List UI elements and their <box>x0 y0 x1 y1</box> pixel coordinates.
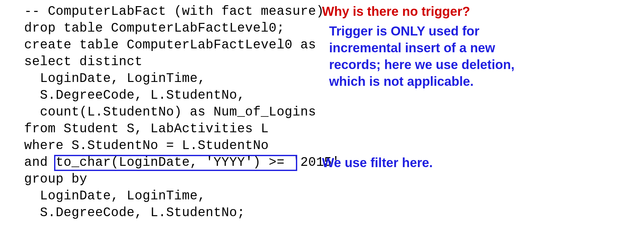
annotation-filter-note: We use filter here. <box>322 156 433 170</box>
annotation-block: Why is there no trigger? Trigger is ONLY… <box>322 3 515 90</box>
annotation-answer-line: incremental insert of a new <box>329 39 515 56</box>
code-line-comment: -- ComputerLabFact (with fact measure) <box>24 3 340 20</box>
code-line-from: from Student S, LabActivities L <box>24 121 340 137</box>
code-line-cols1: LoginDate, LoginTime, <box>24 70 340 87</box>
code-line-groupby: group by <box>24 171 340 188</box>
annotation-answer-line: Trigger is ONLY used for <box>329 23 515 39</box>
code-line-gb1: LoginDate, LoginTime, <box>24 188 340 205</box>
code-line-select: select distinct <box>24 54 340 70</box>
annotation-question: Why is there no trigger? <box>322 3 515 19</box>
code-line-create: create table ComputerLabFactLevel0 as <box>24 37 340 54</box>
annotation-answer-line: records; here we use deletion, <box>329 56 515 73</box>
code-line-gb2: S.DegreeCode, L.StudentNo; <box>24 205 340 221</box>
annotation-answer: Trigger is ONLY used for incremental ins… <box>329 23 515 90</box>
code-line-where: where S.StudentNo = L.StudentNo <box>24 137 340 154</box>
annotation-answer-line: which is not applicable. <box>329 73 515 90</box>
code-line-drop: drop table ComputerLabFactLevel0; <box>24 20 340 37</box>
sql-code-block: -- ComputerLabFact (with fact measure) d… <box>24 3 340 221</box>
code-line-and: and to_char(LoginDate, 'YYYY') >= '2015' <box>24 154 340 171</box>
code-line-cols2: S.DegreeCode, L.StudentNo, <box>24 87 340 104</box>
code-line-count: count(L.StudentNo) as Num_of_Logins <box>24 104 340 121</box>
